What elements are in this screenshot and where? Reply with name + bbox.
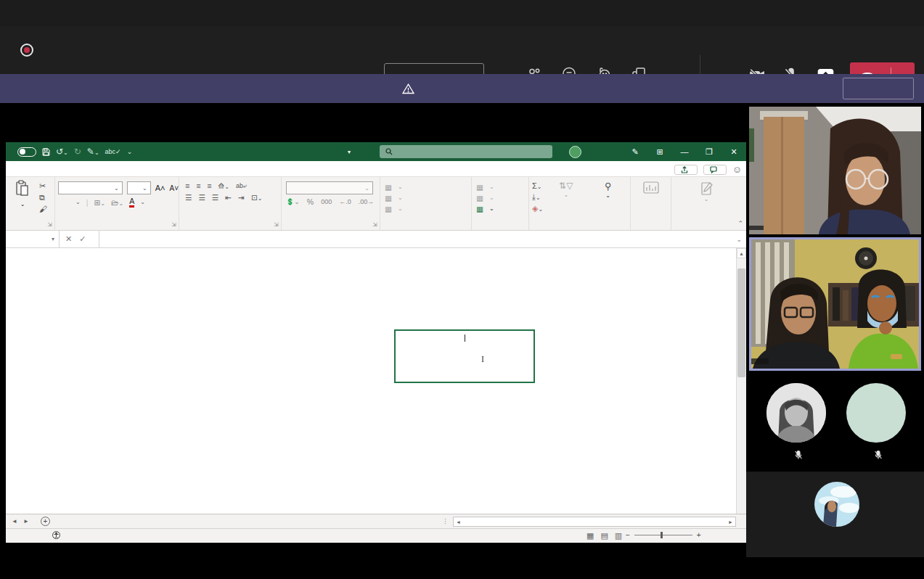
delete-cells-button[interactable]: ▦⌄ (476, 192, 528, 203)
new-sheet-button[interactable]: + (35, 514, 56, 528)
font-size-combo[interactable]: ⌄ (127, 181, 151, 194)
analyze-data-button[interactable] (631, 180, 671, 196)
format-as-table-button[interactable]: ▦⌄ (385, 192, 471, 203)
scroll-left-icon[interactable]: ◄ (456, 520, 461, 525)
analyze-data-icon (643, 181, 659, 196)
comments-button[interactable] (703, 165, 727, 175)
sort-filter-button[interactable]: ⇅▽ ⌄ (546, 180, 586, 213)
scroll-up-icon[interactable]: ▲ (737, 248, 746, 258)
align-center-icon[interactable]: ☰ (198, 193, 205, 202)
autosave-toggle[interactable] (17, 147, 36, 157)
decrease-decimal-icon[interactable]: .00→ (359, 198, 375, 205)
decrease-indent-icon[interactable]: ⇤ (225, 193, 232, 202)
number-dialog-launcher[interactable]: ⇲ (372, 221, 377, 228)
conditional-formatting-button[interactable]: ▦⌄ (385, 181, 471, 192)
wrap-text-icon[interactable]: ab⤶ (236, 182, 247, 190)
excel-restore-icon[interactable]: ❐ (697, 142, 721, 161)
share-button[interactable] (674, 165, 698, 175)
filename-chevron-icon[interactable]: ▾ (348, 149, 351, 155)
spreadsheet: I ▲ (6, 248, 746, 514)
horizontal-scrollbar[interactable]: ◄ ► (453, 517, 736, 527)
insert-cells-button[interactable]: ▦⌄ (476, 181, 528, 192)
clipboard-dialog-launcher[interactable]: ⇲ (47, 221, 52, 228)
merge-center-icon[interactable]: ⊡⌄ (251, 193, 263, 202)
cancel-entry-icon[interactable]: ✕ (65, 234, 72, 244)
align-right-icon[interactable]: ☰ (212, 193, 218, 202)
number-format-combo[interactable]: ⌄ (286, 181, 373, 194)
zoom-slider[interactable] (634, 535, 692, 535)
cell-styles-button[interactable]: ▦⌄ (385, 203, 471, 214)
zoom-in-icon[interactable]: + (697, 531, 701, 539)
sheetbar-splitter[interactable]: ⋮ (442, 517, 449, 525)
scroll-right-icon[interactable]: ► (728, 520, 733, 525)
font-name-combo[interactable]: ⌄ (58, 181, 123, 194)
paste-button[interactable]: ⌄ (6, 180, 39, 213)
participant-avatar-laura[interactable] (756, 383, 836, 460)
user-avatar[interactable] (569, 146, 581, 158)
comma-style-icon[interactable]: 000 (321, 198, 332, 205)
clipboard-group: ⌄ ✂ ⧉ 🖌︎ ⇲ (6, 177, 54, 230)
alignment-dialog-launcher[interactable]: ⇲ (274, 221, 279, 228)
zoom-out-icon[interactable]: − (626, 531, 630, 539)
orientation-icon[interactable]: ⟰⌄ (218, 181, 229, 190)
feedback-smiley-icon[interactable]: ☺ (732, 164, 742, 175)
zoom-slider-knob[interactable] (661, 532, 663, 538)
format-painter-icon[interactable]: 🖌︎ (39, 205, 47, 213)
sheet-next-icon[interactable]: ► (23, 518, 29, 525)
formula-bar-expand-icon[interactable]: ⌄ (732, 236, 746, 243)
excel-pen-icon[interactable]: ✎ (623, 142, 647, 161)
page-layout-view-icon[interactable]: ▤ (600, 531, 608, 541)
collapse-ribbon-icon[interactable]: ⌃ (737, 220, 743, 227)
cond-format-icon: ▦ (385, 183, 392, 192)
font-color-icon[interactable]: A (129, 197, 134, 208)
excel-minimize-icon[interactable]: — (672, 142, 697, 161)
align-left-icon[interactable]: ☰ (185, 193, 192, 202)
format-cells-button[interactable]: ▦⌄ (476, 203, 528, 214)
excel-close-icon[interactable]: ✕ (721, 142, 746, 161)
participant-avatar-elizabeth[interactable] (836, 383, 916, 460)
quick-access-chevron-icon[interactable]: ⌄ (127, 148, 133, 155)
ink-icon[interactable]: ✎⌄ (87, 147, 99, 157)
save-icon[interactable] (42, 148, 50, 156)
borders-icon[interactable]: ⊞⌄ (94, 198, 105, 207)
vertical-scroll-thumb[interactable] (737, 268, 745, 377)
spelling-icon[interactable]: abc✓ (105, 148, 121, 155)
window-maximize-icon[interactable] (857, 0, 891, 26)
page-break-view-icon[interactable]: ▥ (615, 531, 622, 541)
normal-view-icon[interactable]: ▦ (586, 531, 594, 541)
copy-icon[interactable]: ⧉ (39, 193, 47, 202)
shrink-font-icon[interactable]: A˅ (169, 184, 179, 192)
redo-icon[interactable]: ↻ (74, 147, 81, 157)
undo-icon[interactable]: ↺⌄ (56, 147, 68, 157)
video-tile-extra[interactable] (746, 472, 924, 557)
sensitivity-group: ⌄ (671, 177, 741, 230)
cell-editor-d22[interactable] (394, 329, 535, 383)
name-box[interactable]: ▾ (6, 231, 60, 247)
increase-decimal-icon[interactable]: ←.0 (339, 198, 351, 205)
enter-entry-icon[interactable]: ✓ (79, 234, 86, 244)
align-bottom-icon[interactable]: ≡ (207, 181, 211, 190)
dismiss-banner-button[interactable] (843, 78, 914, 99)
cut-icon[interactable]: ✂ (39, 181, 47, 191)
excel-search-box[interactable] (380, 145, 552, 158)
autosum-icon[interactable]: Σ⌄ (532, 181, 543, 190)
excel-layout-icon[interactable]: ⊞ (647, 142, 672, 161)
fill-icon[interactable]: ⤓⌄ (532, 192, 543, 202)
sensitivity-button[interactable]: ⌄ (671, 180, 741, 202)
window-minimize-icon[interactable] (824, 0, 857, 26)
accounting-format-icon[interactable]: 💲⌄ (286, 198, 300, 205)
clear-icon[interactable]: ◈⌄ (532, 204, 543, 213)
fill-color-icon[interactable]: 🗁⌄ (111, 198, 123, 207)
grow-font-icon[interactable]: A˄ (155, 184, 165, 192)
sheet-prev-icon[interactable]: ◄ (12, 518, 17, 525)
align-top-icon[interactable]: ≡ (185, 181, 189, 190)
video-tile-rosalba[interactable] (749, 237, 921, 371)
video-tile-consultora[interactable] (749, 107, 921, 234)
increase-indent-icon[interactable]: ⇥ (238, 193, 245, 202)
find-select-button[interactable]: ⚲ ⌄ (586, 180, 630, 213)
percent-style-icon[interactable]: % (307, 197, 314, 206)
font-dialog-launcher[interactable]: ⇲ (171, 221, 176, 228)
window-close-icon[interactable] (891, 0, 924, 26)
align-middle-icon[interactable]: ≡ (196, 181, 200, 190)
vertical-scrollbar[interactable]: ▲ (736, 248, 746, 514)
